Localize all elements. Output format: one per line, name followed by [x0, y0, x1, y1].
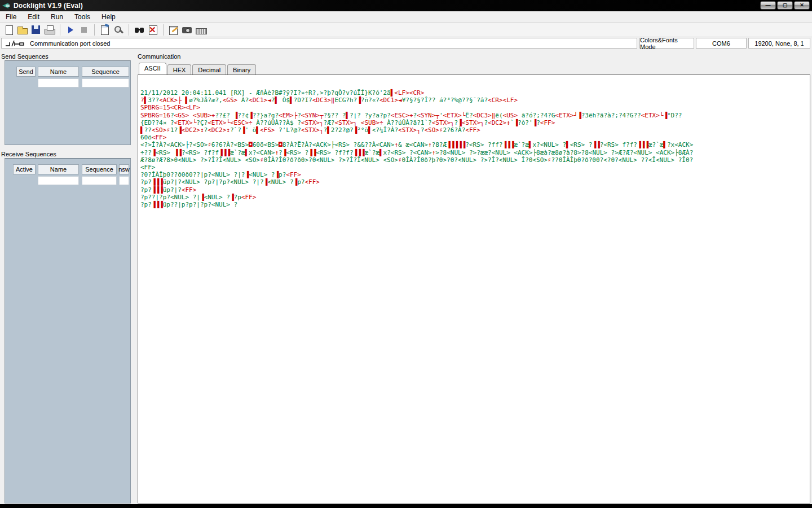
- tab-hex[interactable]: HEX: [167, 64, 192, 75]
- log-data-text: ?§?? ?: [324, 112, 346, 119]
- communication-log[interactable]: 21/11/2012 20:04:11.041 [RX] - ÆñÀè?B#?ÿ…: [138, 75, 810, 503]
- menu-file[interactable]: File: [0, 12, 22, 22]
- snapshot-icon[interactable]: [181, 24, 193, 36]
- receive-answer-cell[interactable]: [119, 176, 129, 185]
- log-data-text: x?<NUL> ?: [532, 141, 566, 148]
- log-data-text: 0ÎÀ?Î0?ð?ð0>?0<NUL> ?>?Î?Î<NUL> <SO>: [264, 156, 398, 164]
- print-icon[interactable]: [43, 24, 56, 36]
- minimize-button[interactable]: —: [760, 1, 776, 10]
- title-bar: Docklight V1.9 (Eval) — ▢ ✕: [0, 0, 812, 11]
- log-control-text: ◘: [279, 141, 283, 148]
- log-data-text: À?: [237, 97, 249, 104]
- log-data-text: x?<CAN>: [249, 149, 275, 156]
- log-data-text: 0ÎÀ?Î0ð?þ?0>?0?<NUL> ?>?Î?<NUL> Î?0<SO>: [402, 156, 548, 164]
- log-data-text: 60ö: [140, 134, 152, 141]
- log-data-text: [182, 97, 186, 104]
- send-sequence-cell[interactable]: [82, 78, 129, 87]
- log-control-text: <ACK>├: [159, 97, 182, 104]
- log-data-text: p?: [279, 171, 286, 178]
- tab-decimal[interactable]: Decimal: [192, 64, 226, 75]
- log-control-text: <DC1>◄: [249, 97, 271, 104]
- tab-binary[interactable]: Binary: [227, 64, 256, 75]
- log-control-text: <FF>: [540, 119, 555, 126]
- play-icon[interactable]: [64, 24, 77, 36]
- find-icon[interactable]: [133, 24, 145, 36]
- recv-panel-col-name[interactable]: Name: [38, 164, 79, 174]
- recv-panel-col-nsw[interactable]: nsw: [119, 164, 129, 174]
- menu-run[interactable]: Run: [45, 12, 69, 22]
- keyboard-console-icon[interactable]: [195, 24, 207, 36]
- log-data-text: ã?ó?;?4?G: [518, 112, 555, 119]
- port-status-text: Commmunication port closed: [30, 40, 110, 47]
- stop-icon[interactable]: [78, 24, 90, 36]
- open-file-icon[interactable]: [16, 24, 29, 36]
- display-mode-box[interactable]: Colors&Fonts Mode: [639, 38, 694, 49]
- log-data-text: ?p??|?p?<NUL> ?|: [140, 194, 200, 201]
- log-data-text: ??0ÎÀÎþ0?ð?00?<?0?<NUL> ??<Î<NUL> ?Î0?: [551, 156, 694, 164]
- port-status-box: Commmunication port closed: [1, 38, 637, 49]
- toolbar-separator: [94, 24, 95, 36]
- log-data-text: ?<RS> f?f?: [600, 141, 637, 148]
- save-icon[interactable]: [30, 24, 42, 36]
- menu-help[interactable]: Help: [96, 12, 121, 22]
- log-data-text: °D??: [667, 112, 682, 119]
- log-line: <?>Î?À?<ACK>├?<SO>♯6?6?À?<BS>◘60ö<BS>◘8?…: [140, 141, 807, 148]
- receive-sequence-cell[interactable]: [82, 176, 117, 185]
- log-data-text: ??: [144, 126, 152, 134]
- baud-settings-box[interactable]: 19200, None, 8, 1: [748, 38, 810, 49]
- log-control-text: <FF>: [241, 194, 257, 201]
- log-data-text: 60ö<BS>: [253, 141, 279, 148]
- log-control-text: ▌: [140, 126, 144, 134]
- log-control-text: <CR><LF>: [488, 97, 518, 104]
- menu-edit[interactable]: Edit: [22, 12, 45, 22]
- log-control-text: ♯: [208, 141, 211, 148]
- log-control-text: ▐<DC2>↕: [178, 126, 204, 134]
- log-control-text: ▌: [290, 97, 294, 104]
- send-name-cell[interactable]: [38, 78, 79, 87]
- close-button[interactable]: ✕: [794, 1, 810, 10]
- maximize-button[interactable]: ▢: [777, 1, 793, 10]
- send-panel-col-name[interactable]: Name: [38, 67, 79, 77]
- communication-tabs: ASCIIHEXDecimalBinary: [139, 63, 257, 75]
- log-control-text: ▐▐: [592, 141, 599, 148]
- log-data-text: ë(: [495, 112, 502, 119]
- log-data-text: <?>Î?À?<ACK>├?<SO>: [140, 141, 208, 148]
- send-panel-col-send[interactable]: Send: [16, 67, 36, 77]
- log-data-text: <RS> ?: [286, 149, 308, 156]
- properties-icon[interactable]: [99, 24, 111, 36]
- log-control-text: ♯: [260, 156, 264, 164]
- com-port-box[interactable]: COM6: [696, 38, 747, 49]
- log-line: ?▌3??<ACK>├ ▌ø?%Jå?æ?,<GS> À?<DC1>◄?▌ Ò$…: [140, 97, 807, 104]
- log-control-text: <ESC>÷: [391, 112, 413, 119]
- log-data-text: ECG?h?: [334, 97, 357, 104]
- recv-panel-col-active[interactable]: Active: [13, 164, 36, 174]
- log-data-text: æ`?æ: [364, 149, 379, 156]
- log-control-text: <DC3>‖: [473, 112, 496, 119]
- new-file-icon[interactable]: [3, 24, 15, 36]
- tab-ascii[interactable]: ASCII: [139, 63, 166, 75]
- log-line: <FF>: [140, 164, 807, 171]
- receive-name-cell[interactable]: [38, 176, 79, 185]
- log-data-text: ?8?Æ: [432, 141, 447, 148]
- log-data-text: ??¢: [237, 112, 249, 119]
- log-control-text: ▐: [152, 149, 156, 156]
- log-control-text: <FF>: [304, 178, 320, 186]
- log-control-text: <STX>┐: [432, 119, 454, 126]
- log-control-text: ▐: [200, 194, 204, 201]
- send-panel-col-sequence[interactable]: Sequence: [82, 67, 129, 77]
- project-settings-icon[interactable]: [112, 24, 125, 36]
- clear-screen-icon[interactable]: [147, 24, 159, 36]
- log-control-text: ▌: [663, 141, 667, 148]
- receive-sequences-label: Receive Sequences: [1, 151, 56, 157]
- log-data-text: 2?2?@?: [331, 126, 354, 134]
- log-control-text: ▌: [368, 126, 372, 134]
- start-logging-icon[interactable]: [167, 24, 180, 36]
- log-data-text: ?`?: [230, 126, 241, 134]
- log-data-text: 21/11/2012 20:04:11.041 [RX] - ÆñÀè?B#?ÿ…: [140, 89, 391, 97]
- app-icon: [2, 2, 10, 10]
- log-data-text: <RS>: [156, 149, 174, 156]
- log-control-text: ▐▐▐: [354, 149, 365, 156]
- log-data-text: x?<RS> ?<CAN>: [383, 149, 432, 156]
- menu-tools[interactable]: Tools: [69, 12, 96, 22]
- recv-panel-col-sequence[interactable]: Sequence: [82, 164, 117, 174]
